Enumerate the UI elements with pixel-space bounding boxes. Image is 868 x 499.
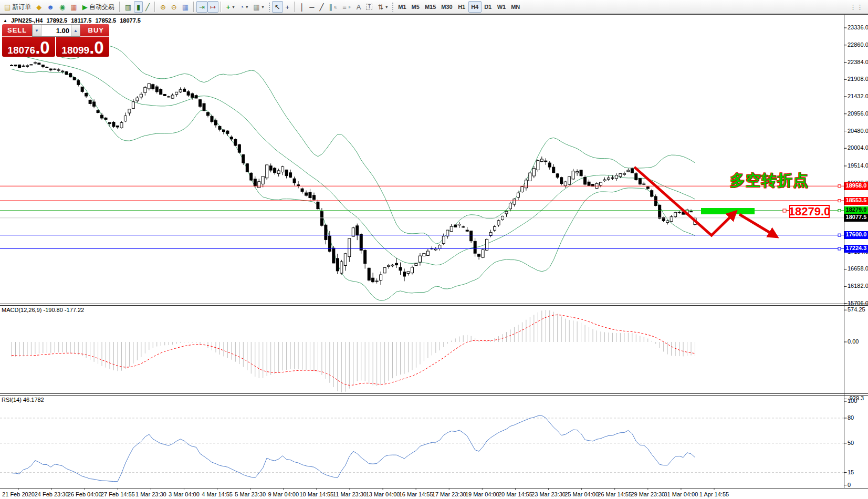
bar-chart-mode-button[interactable]: ▥ xyxy=(122,1,134,13)
price-chart-canvas[interactable] xyxy=(0,0,868,499)
candlestick-icon: ▮ xyxy=(137,4,140,11)
horizontal-line-icon: ─ xyxy=(309,4,314,11)
down-arrow xyxy=(739,214,776,236)
chart-header: ▲ JPN225-,H4 17892.5 18117.5 17852.5 180… xyxy=(3,17,141,24)
autotrading-play-icon: ▶ xyxy=(82,4,88,11)
highlight-rect xyxy=(701,208,755,214)
ohlc-open: 17892.5 xyxy=(46,17,67,24)
arrows-icon: ⇅ xyxy=(378,4,383,11)
signals-button[interactable]: ◉ xyxy=(57,1,68,13)
community-icon: ☻ xyxy=(47,4,54,11)
market-icon: ▦ xyxy=(70,4,77,11)
timeframe-h4-button[interactable]: H4 xyxy=(468,1,482,13)
line-chart-icon: ╱ xyxy=(145,4,150,11)
text-label-icon: T xyxy=(366,4,372,10)
timeframe-group: M1M5M15M30H1H4D1W1MN xyxy=(395,1,522,13)
buy-price: 18099.0 xyxy=(56,40,109,56)
timeframe-h1-button[interactable]: H1 xyxy=(455,1,468,13)
one-click-toggle-icon[interactable]: ▲ xyxy=(3,18,7,23)
volume-decrease-button[interactable]: ▼ xyxy=(33,25,41,36)
trendline-icon: ╱ xyxy=(319,4,323,11)
cursor-button[interactable]: ↖ xyxy=(272,1,283,13)
toolbar-separator xyxy=(119,2,120,12)
toolbar: ▤ 新订单 ◆ ☻ ◉ ▦ ▶ 自动交易 ▥ ▮ ╱ ⊕ ⊖ ▦ ⇥ ↦ +▾ … xyxy=(0,0,868,15)
autotrading-button[interactable]: ▶ 自动交易 xyxy=(80,1,117,13)
symbol-period-label: JPN225-,H4 xyxy=(11,17,43,24)
toolbar-separator xyxy=(221,2,222,12)
zoom-out-button[interactable]: ⊖ xyxy=(169,1,180,13)
template-icon: ▦ xyxy=(253,4,259,11)
chart-shift-icon: ↦ xyxy=(210,4,216,11)
tile-windows-icon: ▦ xyxy=(182,4,189,11)
buy-label: BUY xyxy=(88,26,104,34)
crosshair-icon: + xyxy=(286,4,290,11)
community-button[interactable]: ☻ xyxy=(44,1,57,13)
ohlc-high: 18117.5 xyxy=(71,17,91,24)
zoom-in-button[interactable]: ⊕ xyxy=(158,1,169,13)
vertical-line-icon: │ xyxy=(300,4,304,11)
market-button[interactable]: ▦ xyxy=(68,1,79,13)
line-chart-mode-button[interactable]: ╱ xyxy=(143,1,152,13)
turning-point-note: 多空转折点 xyxy=(724,170,815,191)
timeframe-w1-button[interactable]: W1 xyxy=(495,1,509,13)
macd-label: MACD(12,26,9) -190.80 -177.22 xyxy=(2,307,84,313)
timeframe-m15-button[interactable]: M15 xyxy=(422,1,438,13)
autotrading-label: 自动交易 xyxy=(89,3,114,12)
new-order-label: 新订单 xyxy=(12,3,31,12)
new-order-icon: ▤ xyxy=(4,4,11,11)
bollinger-upper-band xyxy=(12,35,695,244)
indicators-button[interactable]: +▾ xyxy=(224,1,237,13)
timeframe-mn-button[interactable]: MN xyxy=(508,1,522,13)
dropdown-arrow-icon: ▾ xyxy=(232,5,234,9)
channel-button[interactable]: ∥E xyxy=(326,1,340,13)
crosshair-button[interactable]: + xyxy=(283,1,292,13)
sell-label: SELL xyxy=(7,26,27,34)
horizontal-line-button[interactable]: ─ xyxy=(307,1,317,13)
bar-chart-icon: ▥ xyxy=(125,4,131,11)
fibonacci-icon: ≡ xyxy=(342,4,347,11)
toolbar-grip[interactable] xyxy=(268,2,270,12)
rsi-label: RSI(14) 46.1782 xyxy=(2,397,44,403)
new-order-button[interactable]: ▤ 新订单 xyxy=(2,1,34,13)
auto-scroll-icon: ⇥ xyxy=(199,4,205,11)
fibo-f-label: F xyxy=(349,5,351,9)
toolbar-separator xyxy=(193,2,194,12)
toolbar-grip[interactable] xyxy=(392,2,394,12)
auto-scroll-button[interactable]: ⇥ xyxy=(196,1,207,13)
chart-shift-button[interactable]: ↦ xyxy=(207,1,218,13)
tile-windows-button[interactable]: ▦ xyxy=(180,1,191,13)
cursor-icon: ↖ xyxy=(275,4,280,11)
main-chart-layer xyxy=(11,35,697,301)
candle-chart-mode-button[interactable]: ▮ xyxy=(134,1,143,13)
toolbar-separator xyxy=(294,2,295,12)
dropdown-arrow-icon: ▾ xyxy=(385,5,388,9)
gold-seal-icon: ◆ xyxy=(36,4,41,11)
timeframe-m1-button[interactable]: M1 xyxy=(395,1,409,13)
signals-icon: ◉ xyxy=(59,4,65,11)
channel-icon: ∥ xyxy=(329,4,332,11)
macd-layer xyxy=(12,310,695,392)
market-watch-button[interactable]: ◆ xyxy=(34,1,44,13)
channel-e-label: E xyxy=(334,5,337,9)
price-callout-label[interactable]: 18279.0 xyxy=(789,205,830,218)
indicators-icon: + xyxy=(226,4,231,11)
volume-increase-button[interactable]: ▲ xyxy=(71,25,80,36)
periods-button[interactable]: ◔▾ xyxy=(237,1,250,13)
text-button[interactable]: A xyxy=(354,1,364,13)
timeframe-d1-button[interactable]: D1 xyxy=(482,1,495,13)
arrows-button[interactable]: ⇅▾ xyxy=(375,1,390,13)
vertical-line-button[interactable]: │ xyxy=(297,1,307,13)
toolbar-separator xyxy=(154,2,155,12)
volume-stepper: ▼ ▲ xyxy=(32,24,80,37)
zigzag-arrow xyxy=(634,167,735,235)
fibonacci-button[interactable]: ≡F xyxy=(340,1,353,13)
text-label-button[interactable]: T xyxy=(363,1,375,13)
templates-button[interactable]: ▦▾ xyxy=(250,1,266,13)
timeframe-m5-button[interactable]: M5 xyxy=(409,1,422,13)
dropdown-arrow-icon: ▾ xyxy=(246,5,248,9)
toolbar-overflow-icon[interactable]: ⋮⋮ xyxy=(850,4,863,11)
one-click-trading-panel: SELL 18076.0 BUY 18099.0 ▼ ▲ xyxy=(2,24,110,57)
timeframe-m30-button[interactable]: M30 xyxy=(438,1,455,13)
volume-input[interactable] xyxy=(41,25,71,36)
trendline-button[interactable]: ╱ xyxy=(317,1,326,13)
